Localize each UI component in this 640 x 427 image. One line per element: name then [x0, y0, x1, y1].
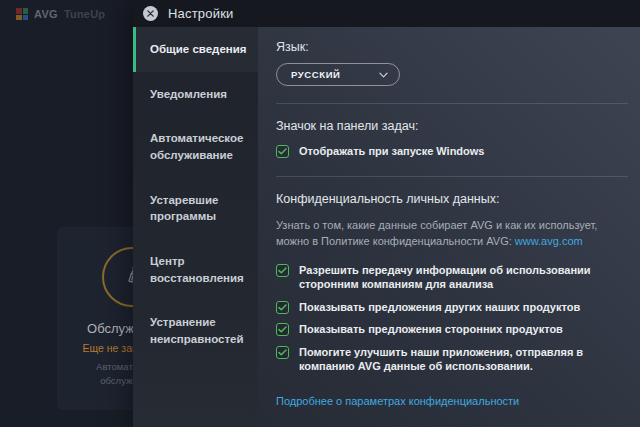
privacy-heading: Конфиденциальность личных данных: [276, 192, 628, 206]
sidebar-item-troubleshooting[interactable]: Устранение неисправностей [133, 300, 258, 361]
sidebar-item-general[interactable]: Общие сведения [133, 27, 258, 72]
language-dropdown-value: русский [291, 69, 341, 80]
avg-logo-icon [16, 8, 28, 20]
settings-header: Настройки [133, 0, 640, 27]
language-label: Язык: [276, 40, 628, 54]
privacy-settings-link[interactable]: Подробнее о параметрах конфиденциальност… [276, 395, 519, 407]
checkbox-checked-icon[interactable] [276, 323, 289, 336]
privacy-intro: Узнать о том, какие данные собирает AVG … [276, 217, 628, 250]
divider [276, 103, 628, 104]
checkbox-checked-icon[interactable] [276, 145, 289, 158]
checkbox-checked-icon[interactable] [276, 264, 289, 277]
privacy-option-label: Разрешить передачу информации об использ… [299, 263, 628, 292]
privacy-option-thirdparty-offers[interactable]: Показывать предложения сторонних продукт… [276, 322, 628, 337]
sidebar-item-automatic-maintenance[interactable]: Автоматическое обслуживание [133, 116, 258, 177]
privacy-option-label: Показывать предложения других наших прод… [299, 300, 580, 315]
privacy-option-share-usage[interactable]: Разрешить передачу информации об использ… [276, 263, 628, 292]
checkbox-checked-icon[interactable] [276, 301, 289, 314]
taskbar-option-label: Отображать при запуске Windows [299, 144, 485, 159]
sidebar-item-rescue-center[interactable]: Центр восстановления [133, 239, 258, 300]
settings-panel: Настройки Общие сведения Уведомления Авт… [133, 0, 640, 427]
sidebar-item-outdated-programs[interactable]: Устаревшие программы [133, 178, 258, 239]
settings-content: Язык: русский Значок на панели задач: От… [258, 27, 640, 427]
settings-body: Общие сведения Уведомления Автоматическо… [133, 27, 640, 427]
sidebar-item-notifications[interactable]: Уведомления [133, 72, 258, 117]
privacy-option-label: Показывать предложения сторонних продукт… [299, 322, 563, 337]
chevron-down-icon [379, 72, 388, 78]
divider [276, 176, 628, 177]
close-icon [147, 10, 154, 17]
privacy-options: Разрешить передачу информации об использ… [276, 263, 628, 374]
language-dropdown[interactable]: русский [276, 63, 400, 86]
product-name: TuneUp [64, 8, 105, 20]
checkbox-checked-icon[interactable] [276, 346, 289, 359]
privacy-option-improve-apps[interactable]: Помогите улучшить наши приложения, отпра… [276, 345, 628, 374]
settings-sidebar: Общие сведения Уведомления Автоматическо… [133, 27, 258, 427]
brand-name: AVG [34, 8, 58, 20]
taskbar-startup-option[interactable]: Отображать при запуске Windows [276, 144, 628, 159]
avg-policy-link[interactable]: www.avg.com [515, 235, 583, 247]
privacy-option-own-offers[interactable]: Показывать предложения других наших прод… [276, 300, 628, 315]
app-logo: AVG TuneUp [16, 8, 105, 20]
close-button[interactable] [143, 6, 158, 21]
privacy-option-label: Помогите улучшить наши приложения, отпра… [299, 345, 628, 374]
settings-title: Настройки [168, 6, 234, 21]
taskbar-heading: Значок на панели задач: [276, 119, 628, 133]
